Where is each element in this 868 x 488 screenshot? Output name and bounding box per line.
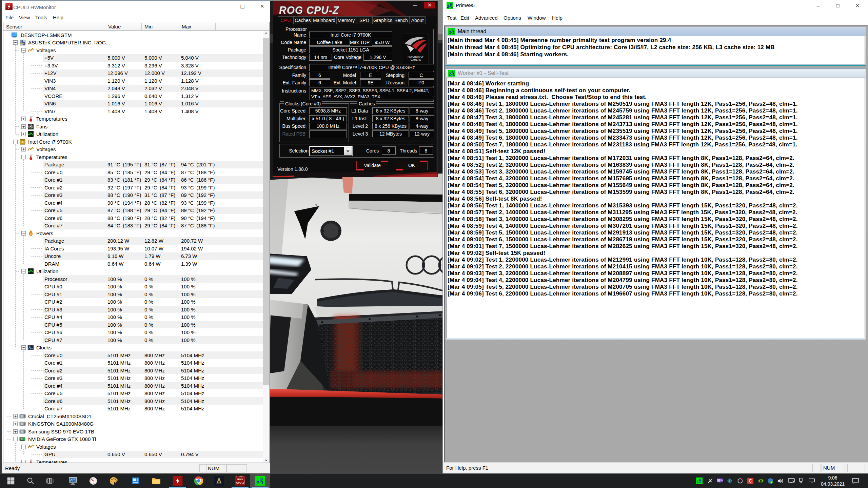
svg-text:60: 60: [720, 479, 723, 482]
svg-text:2-1: 2-1: [449, 30, 455, 35]
svg-text:2-1: 2-1: [449, 72, 455, 77]
svg-text:2-1: 2-1: [447, 4, 453, 9]
svg-text:REPUBLIC OF: REPUBLIC OF: [408, 56, 424, 58]
svg-text:2-1: 2-1: [696, 480, 702, 484]
svg-text:CPU-Z: CPU-Z: [236, 481, 244, 484]
svg-text:2-1: 2-1: [256, 480, 264, 485]
svg-text:ROG: ROG: [237, 478, 243, 481]
svg-text:GAMERS: GAMERS: [411, 59, 421, 61]
